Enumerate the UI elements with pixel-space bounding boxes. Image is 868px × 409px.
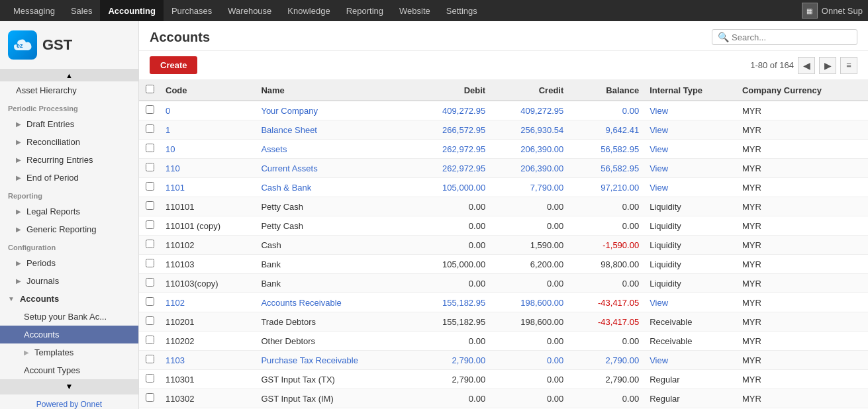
row-code[interactable]: 110 — [160, 159, 256, 178]
row-code[interactable]: 1 — [160, 120, 256, 140]
row-name[interactable]: Purchase Tax Receivable — [256, 351, 412, 370]
row-checkbox[interactable] — [146, 220, 154, 229]
sidebar-recurring-entries[interactable]: ▶ Recurring Entries — [0, 151, 138, 169]
row-checkbox[interactable] — [146, 297, 154, 306]
row-currency: MYR — [737, 255, 868, 274]
row-code[interactable]: 1103 — [160, 351, 256, 370]
col-balance[interactable]: Balance — [569, 80, 644, 101]
nav-knowledge[interactable]: Knowledge — [279, 0, 338, 21]
row-currency: MYR — [737, 178, 868, 197]
nav-sales[interactable]: Sales — [63, 0, 101, 21]
sidebar-legal-reports[interactable]: ▶ Legal Reports — [0, 203, 138, 220]
sidebar: ez GST ▲ Asset Hierarchy Periodic Proces… — [0, 21, 139, 409]
row-checkbox[interactable] — [146, 336, 154, 344]
row-checkbox[interactable] — [146, 240, 154, 248]
pagination-prev[interactable]: ◀ — [798, 57, 815, 74]
sidebar-generic-reporting[interactable]: ▶ Generic Reporting — [0, 220, 138, 238]
row-code[interactable]: 0 — [160, 101, 256, 120]
row-internal-type: View — [644, 159, 737, 178]
col-debit[interactable]: Debit — [412, 80, 491, 101]
row-currency: MYR — [737, 197, 868, 216]
user-menu[interactable]: ▦ Onnet Sup — [802, 3, 863, 19]
search-box[interactable]: 🔍 — [712, 29, 857, 45]
sidebar-journals[interactable]: ▶ Journals — [0, 272, 138, 290]
row-checkbox[interactable] — [146, 393, 154, 402]
sidebar-journals-label: Journals — [26, 276, 59, 286]
row-name[interactable]: Balance Sheet — [256, 120, 412, 140]
col-checkbox[interactable] — [139, 80, 160, 101]
sidebar-accounts-group[interactable]: ▼ Accounts — [0, 290, 138, 308]
row-checkbox[interactable] — [146, 355, 154, 363]
row-currency: MYR — [737, 332, 868, 351]
sidebar-draft-entries[interactable]: ▶ Draft Entries — [0, 115, 138, 133]
row-code[interactable]: 10 — [160, 140, 256, 159]
sidebar-end-of-period[interactable]: ▶ End of Period — [0, 169, 138, 187]
row-name: Other Debtors — [256, 332, 412, 351]
search-input[interactable] — [732, 32, 851, 42]
row-internal-type: View — [644, 101, 737, 120]
col-internal-type[interactable]: Internal Type — [644, 80, 737, 101]
nav-accounting[interactable]: Accounting — [100, 0, 164, 21]
col-name[interactable]: Name — [256, 80, 412, 101]
nav-reporting[interactable]: Reporting — [338, 0, 391, 21]
row-checkbox[interactable] — [146, 124, 154, 133]
row-checkbox[interactable] — [146, 144, 154, 152]
sidebar-asset-hierarchy[interactable]: Asset Hierarchy — [0, 81, 138, 99]
row-name: Trade Debtors — [256, 312, 412, 332]
row-code[interactable]: 1101 — [160, 178, 256, 197]
row-code: 110301 — [160, 370, 256, 389]
svg-text:ez: ez — [17, 42, 23, 49]
sidebar-reconciliation[interactable]: ▶ Reconciliation — [0, 133, 138, 151]
nav-messaging[interactable]: Messaging — [5, 0, 63, 21]
row-debit: 262,972.95 — [412, 159, 491, 178]
row-checkbox[interactable] — [146, 278, 154, 287]
row-checkbox[interactable] — [146, 163, 154, 171]
row-name[interactable]: Accounts Receivable — [256, 293, 412, 312]
col-credit[interactable]: Credit — [491, 80, 569, 101]
row-checkbox[interactable] — [146, 374, 154, 383]
table-row: 1102Accounts Receivable155,182.95198,600… — [139, 293, 868, 312]
col-code[interactable]: Code — [160, 80, 256, 101]
user-name: Onnet Sup — [822, 6, 863, 16]
row-currency: MYR — [737, 216, 868, 236]
sidebar-scroll-down[interactable]: ▼ — [0, 379, 138, 394]
row-debit: 0.00 — [412, 197, 491, 216]
select-all-checkbox[interactable] — [146, 85, 154, 93]
page-title: Accounts — [150, 30, 704, 45]
nav-warehouse[interactable]: Warehouse — [220, 0, 279, 21]
row-code[interactable]: 1102 — [160, 293, 256, 312]
row-checkbox[interactable] — [146, 201, 154, 210]
row-credit: 0.00 — [491, 274, 569, 293]
main-header: Accounts 🔍 — [139, 21, 868, 51]
row-checkbox[interactable] — [146, 182, 154, 191]
row-name[interactable]: Your Company — [256, 101, 412, 120]
sidebar-periods[interactable]: ▶ Periods — [0, 254, 138, 272]
list-view-button[interactable]: ≡ — [840, 57, 857, 74]
row-debit: 155,182.95 — [412, 293, 491, 312]
table-row: 1Balance Sheet266,572.95256,930.549,642.… — [139, 120, 868, 140]
sidebar-templates[interactable]: ▶ Templates — [0, 343, 138, 361]
row-name[interactable]: Current Assets — [256, 159, 412, 178]
main-layout: ez GST ▲ Asset Hierarchy Periodic Proces… — [0, 21, 868, 409]
nav-purchases[interactable]: Purchases — [164, 0, 220, 21]
row-checkbox[interactable] — [146, 105, 154, 114]
sidebar-scroll-up[interactable]: ▲ — [0, 69, 138, 81]
nav-website[interactable]: Website — [391, 0, 438, 21]
arrow-icon: ▶ — [16, 138, 21, 146]
col-currency[interactable]: Company Currency — [737, 80, 868, 101]
create-button[interactable]: Create — [150, 56, 197, 74]
table-row: 110101 (copy)Petty Cash0.000.000.00Liqui… — [139, 216, 868, 236]
row-balance: 56,582.95 — [569, 159, 644, 178]
row-balance: 98,800.00 — [569, 255, 644, 274]
row-checkbox[interactable] — [146, 259, 154, 267]
sidebar-account-types[interactable]: Account Types — [0, 361, 138, 379]
row-credit: 206,390.00 — [491, 140, 569, 159]
row-name[interactable]: Assets — [256, 140, 412, 159]
sidebar-setup-bank[interactable]: Setup your Bank Ac... — [0, 308, 138, 326]
nav-settings[interactable]: Settings — [438, 0, 485, 21]
row-debit: 262,972.95 — [412, 140, 491, 159]
row-checkbox[interactable] — [146, 316, 154, 325]
row-name[interactable]: Cash & Bank — [256, 178, 412, 197]
pagination-next[interactable]: ▶ — [819, 57, 836, 74]
sidebar-accounts[interactable]: Accounts — [0, 326, 138, 343]
